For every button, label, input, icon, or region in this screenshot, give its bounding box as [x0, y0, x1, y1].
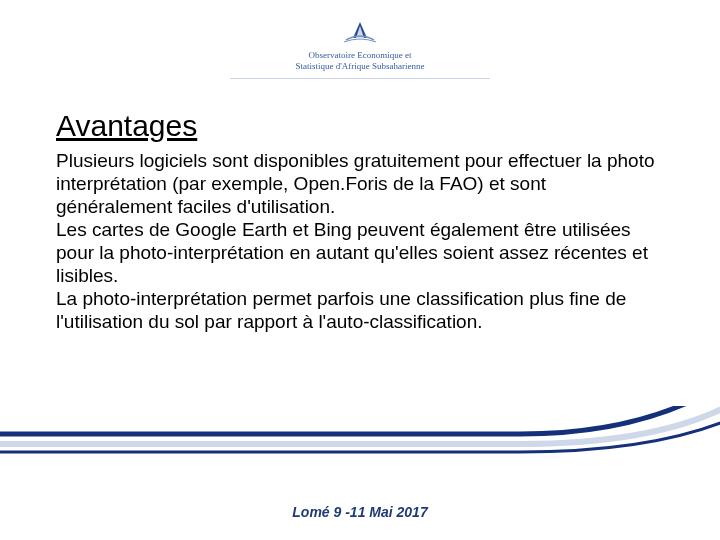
org-logo-icon — [342, 18, 378, 46]
footer-curve-decoration — [0, 406, 720, 486]
paragraph-2: Les cartes de Google Earth et Bing peuve… — [56, 218, 664, 287]
slide-title: Avantages — [56, 109, 664, 143]
header-divider — [230, 78, 490, 79]
footer-text: Lomé 9 -11 Mai 2017 — [0, 504, 720, 520]
paragraph-1: Plusieurs logiciels sont disponibles gra… — [56, 149, 664, 218]
slide-content: Avantages Plusieurs logiciels sont dispo… — [0, 79, 720, 333]
slide-body: Plusieurs logiciels sont disponibles gra… — [56, 149, 664, 333]
paragraph-3: La photo-interprétation permet parfois u… — [56, 287, 664, 333]
slide-header: Observatoire Economique et Statistique d… — [0, 0, 720, 79]
org-name-line1: Observatoire Economique et — [295, 50, 424, 61]
org-name: Observatoire Economique et Statistique d… — [295, 50, 424, 72]
org-name-line2: Statistique d'Afrique Subsaharienne — [295, 61, 424, 72]
